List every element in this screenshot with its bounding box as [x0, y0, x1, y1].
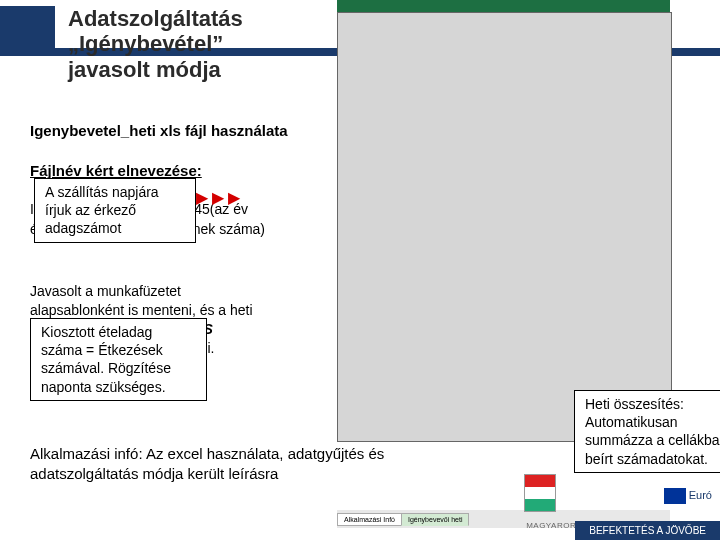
callout-weekly-sum: Heti összesítés: Automatikusan summázza … [574, 390, 720, 473]
callout-portions: Kiosztott ételadag száma = Étkezések szá… [30, 318, 207, 401]
eu-text: Euró [689, 489, 712, 501]
page-title: Adatszolgáltatás „Igénybevétel” javasolt… [68, 6, 243, 82]
subtitle-usage: Igenybevetel_heti xls fájl használata [30, 122, 288, 139]
title-line-1: Adatszolgáltatás [68, 6, 243, 31]
eu-flag-icon [664, 488, 686, 504]
hungary-crest-icon [524, 474, 556, 512]
advice-l2: alapsablonként is menteni, és a heti [30, 302, 253, 318]
excel-window [337, 12, 672, 442]
application-info: Alkalmazási infó: Az excel használata, a… [30, 444, 390, 483]
title-line-2: „Igénybevétel” [68, 31, 223, 56]
sheet-tab-active[interactable]: Igénybevevői heti [401, 513, 469, 526]
advice-l1: Javasolt a munkafüzetet [30, 283, 181, 299]
header-accent [0, 6, 55, 56]
invest-banner: BEFEKTETÉS A JÖVŐBE [575, 521, 720, 540]
subtitle-filename: Fájlnév kért elnevezése: [30, 162, 202, 179]
title-line-3: javasolt módja [68, 57, 221, 82]
eu-label: Euró [664, 488, 712, 504]
callout-arrow-icon: ▶▶▶ [196, 190, 244, 206]
excel-titlebar [337, 0, 670, 12]
sheet-tab[interactable]: Alkalmazási Infó [337, 513, 402, 526]
callout-delivery-day: A szállítás napjára írjuk az érkező adag… [34, 178, 196, 243]
